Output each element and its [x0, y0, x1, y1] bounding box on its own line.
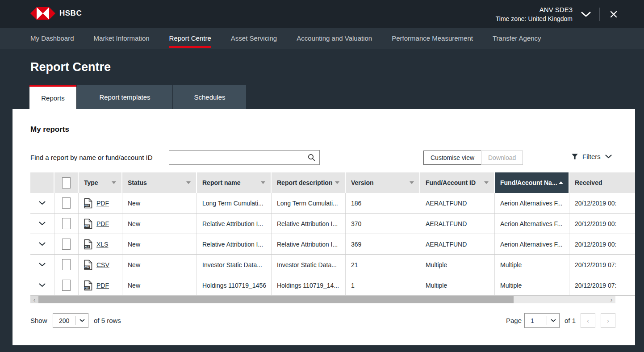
cell-version: 1 [346, 275, 420, 295]
row-checkbox[interactable] [62, 280, 71, 291]
filters-control[interactable]: Filters [572, 153, 612, 160]
scroll-right-icon[interactable]: › [607, 296, 615, 303]
next-page-button[interactable]: › [601, 313, 615, 328]
row-expand-toggle[interactable] [30, 275, 54, 295]
nav-item-accounting-and-valuation[interactable]: Accounting and Valuation [297, 28, 372, 49]
user-menu[interactable]: ANV SDE3 Time zone: United Kingdom [496, 6, 573, 22]
horizontal-scrollbar[interactable]: ‹ › [30, 296, 615, 303]
filter-caret-icon[interactable] [186, 181, 191, 184]
cell-received: 20/12/2019 00: [569, 193, 635, 213]
cell-version: 21 [346, 255, 420, 275]
nav-item-performance-measurement[interactable]: Performance Measurement [392, 28, 473, 49]
row-expand-toggle[interactable] [30, 214, 54, 234]
file-pdf-icon: PDF [84, 218, 92, 229]
page-size-select[interactable]: 200 [53, 313, 88, 328]
page-label: Page [506, 313, 522, 328]
cell-fund-account-id: Multiple [420, 275, 495, 295]
row-expand-toggle[interactable] [30, 193, 54, 213]
file-type-link[interactable]: CSV [96, 261, 109, 268]
row-checkbox[interactable] [62, 259, 71, 270]
header-received[interactable]: Received [569, 172, 635, 193]
user-menu-chevron-icon[interactable] [579, 10, 593, 19]
sort-asc-icon[interactable] [559, 181, 563, 184]
search-box [169, 150, 320, 165]
cell-status: New [122, 193, 197, 213]
file-type-link[interactable]: PDF [96, 220, 109, 227]
search-input[interactable] [169, 151, 303, 164]
cell-report-name: Investor Static Data... [197, 255, 272, 275]
header-report-name[interactable]: Report name [197, 172, 272, 193]
cell-report-name: Relative Attribution I... [197, 234, 272, 254]
table-row: CSV CSV New Investor Static Data... Inve… [30, 255, 635, 275]
nav-item-transfer-agency[interactable]: Transfer Agency [493, 28, 541, 49]
page-count-label: of 1 [565, 313, 576, 328]
header-version[interactable]: Version [346, 172, 420, 193]
page-number-value: 1 [525, 317, 547, 324]
chevron-down-icon [39, 283, 46, 287]
cell-report-description: Investor Static Data... [272, 255, 346, 275]
filter-caret-icon[interactable] [335, 181, 339, 184]
row-checkbox[interactable] [62, 239, 71, 250]
svg-text:XLS: XLS [84, 245, 89, 248]
chevron-down-icon [39, 201, 46, 205]
header-fund-account-name-sorted[interactable]: Fund/Account Na... [495, 172, 569, 193]
customise-view-button[interactable]: Customise view [423, 151, 481, 165]
close-icon[interactable] [608, 9, 619, 20]
previous-page-button[interactable]: ‹ [581, 313, 595, 328]
svg-text:PDF: PDF [84, 286, 89, 289]
cell-fund-account-name: Multiple [495, 255, 569, 275]
filter-caret-icon[interactable] [410, 181, 414, 184]
section-heading: My reports [30, 125, 69, 134]
cell-type: PDF PDF [79, 275, 122, 295]
cell-received: 20/12/2019 07: [569, 255, 635, 275]
svg-text:PDF: PDF [84, 204, 89, 207]
filter-caret-icon[interactable] [484, 181, 489, 184]
filter-caret-icon[interactable] [261, 181, 265, 184]
page-number-select[interactable]: 1 [524, 313, 560, 328]
tab-reports[interactable]: Reports [29, 85, 76, 109]
file-xls-icon: XLS [84, 239, 92, 250]
cell-report-description: Relative Attribution I... [272, 234, 346, 254]
cell-fund-account-id: AERALTFUND [420, 214, 495, 234]
header-report-description[interactable]: Report description [272, 172, 346, 193]
tab-report-templates[interactable]: Report templates [77, 85, 172, 109]
row-checkbox[interactable] [62, 218, 71, 229]
cell-version: 369 [346, 234, 420, 254]
search-button[interactable] [303, 151, 319, 164]
nav-item-my-dashboard[interactable]: My Dashboard [30, 28, 74, 49]
filter-caret-icon[interactable] [112, 181, 116, 184]
header-type[interactable]: Type [79, 172, 122, 193]
timezone-label: Time zone: United Kingdom [496, 15, 573, 22]
download-button[interactable]: Download [481, 151, 523, 165]
cell-report-name: Holdings 110719_1456 [197, 275, 272, 295]
row-checkbox[interactable] [62, 197, 71, 209]
search-label: Find a report by name or fund/account ID [30, 150, 152, 165]
row-checkbox-cell [54, 255, 79, 275]
select-all-checkbox[interactable] [62, 177, 71, 189]
nav-item-asset-servicing[interactable]: Asset Servicing [231, 28, 277, 49]
file-type-link[interactable]: XLS [96, 241, 108, 248]
tab-bar: Reports Report templates Schedules [29, 85, 246, 109]
scrollbar-thumb[interactable] [38, 296, 514, 303]
cell-report-description: Long Term Cumulati... [272, 193, 346, 213]
cell-status: New [122, 275, 197, 295]
file-type-link[interactable]: PDF [96, 282, 109, 289]
table-row: PDF PDF New Relative Attribution I... Re… [30, 214, 635, 234]
nav-item-report-centre[interactable]: Report Centre [169, 28, 211, 49]
row-expand-toggle[interactable] [30, 234, 54, 254]
table-row: PDF PDF New Holdings 110719_1456 Holding… [30, 275, 635, 296]
cell-fund-account-name: Aerion Alternatives F... [495, 214, 569, 234]
cell-report-name: Relative Attribution I... [197, 214, 272, 234]
file-pdf-icon: PDF [84, 198, 92, 209]
row-expand-toggle[interactable] [30, 255, 54, 275]
page-title: Report Centre [30, 60, 111, 74]
tab-schedules[interactable]: Schedules [173, 85, 246, 109]
nav-item-market-information[interactable]: Market Information [94, 28, 150, 49]
header-fund-account-id[interactable]: Fund/Account ID [420, 172, 495, 193]
file-type-link[interactable]: PDF [96, 200, 109, 207]
scroll-left-icon[interactable]: ‹ [30, 296, 38, 303]
cell-type: XLS XLS [79, 234, 122, 254]
cell-report-description: Holdings 110719_14... [272, 275, 346, 295]
row-checkbox-cell [54, 193, 79, 213]
header-status[interactable]: Status [122, 172, 197, 193]
